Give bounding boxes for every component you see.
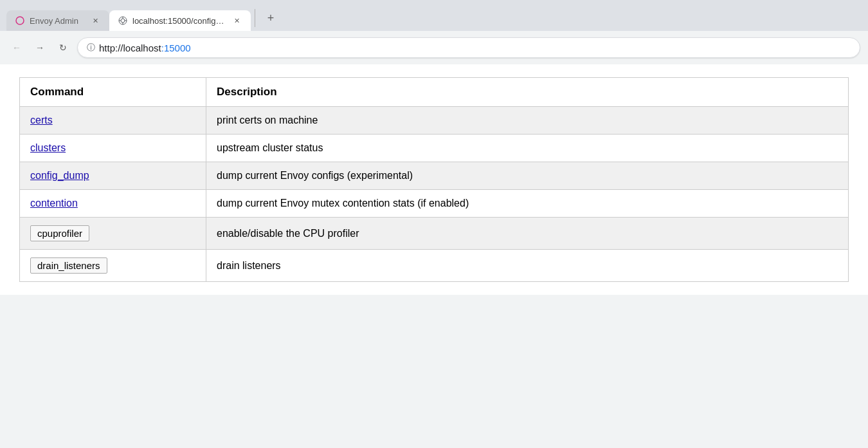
table-row: drain_listenersdrain listeners bbox=[20, 250, 849, 282]
nav-bar: ← → ↻ ⓘ http://localhost:15000 bbox=[0, 31, 868, 64]
new-tab-button[interactable]: + bbox=[262, 9, 280, 27]
table-row: config_dumpdump current Envoy configs (e… bbox=[20, 162, 849, 190]
col-header-command: Command bbox=[20, 78, 206, 107]
link-contention[interactable]: contention bbox=[30, 198, 78, 209]
svg-point-2 bbox=[121, 19, 125, 23]
link-certs[interactable]: certs bbox=[30, 115, 53, 126]
svg-point-0 bbox=[16, 17, 24, 24]
tab-separator bbox=[255, 9, 255, 27]
table-cell-description-0: print certs on machine bbox=[206, 107, 849, 135]
browser-window: Envoy Admin ✕ localhost:15000/config_dum… bbox=[0, 0, 868, 448]
link-clusters[interactable]: clusters bbox=[30, 142, 66, 153]
address-text: http://localhost:15000 bbox=[99, 42, 191, 53]
back-button[interactable]: ← bbox=[8, 39, 26, 57]
tab-bar: Envoy Admin ✕ localhost:15000/config_dum… bbox=[0, 0, 868, 31]
table-row: contentiondump current Envoy mutex conte… bbox=[20, 190, 849, 218]
table-cell-description-1: upstream cluster status bbox=[206, 135, 849, 162]
table-row: clustersupstream cluster status bbox=[20, 135, 849, 162]
port-text: :15000 bbox=[161, 42, 191, 53]
link-config_dump[interactable]: config_dump bbox=[30, 170, 89, 181]
info-icon: ⓘ bbox=[87, 42, 95, 53]
tab-envoy-admin-close[interactable]: ✕ bbox=[90, 15, 100, 26]
config-dump-tab-icon bbox=[118, 16, 127, 25]
table-cell-command-0: certs bbox=[20, 107, 206, 135]
button-cpuprofiler[interactable]: cpuprofiler bbox=[30, 225, 89, 241]
table-cell-command-4: cpuprofiler bbox=[20, 218, 206, 250]
forward-button[interactable]: → bbox=[31, 39, 49, 57]
table-cell-command-3: contention bbox=[20, 190, 206, 218]
table-cell-description-4: enable/disable the CPU profiler bbox=[206, 218, 849, 250]
table-cell-description-3: dump current Envoy mutex contention stat… bbox=[206, 190, 849, 218]
table-row: cpuprofilerenable/disable the CPU profil… bbox=[20, 218, 849, 250]
table-cell-description-2: dump current Envoy configs (experimental… bbox=[206, 162, 849, 190]
table-cell-command-1: clusters bbox=[20, 135, 206, 162]
button-drain_listeners[interactable]: drain_listeners bbox=[30, 257, 107, 274]
tab-config-dump[interactable]: localhost:15000/config_dum ✕ bbox=[109, 10, 251, 31]
table-cell-command-2: config_dump bbox=[20, 162, 206, 190]
page-content: Command Description certsprint certs on … bbox=[0, 64, 868, 295]
envoy-admin-tab-icon bbox=[15, 16, 24, 25]
tab-config-dump-close[interactable]: ✕ bbox=[231, 15, 242, 26]
table-cell-description-5: drain listeners bbox=[206, 250, 849, 282]
table-cell-command-5: drain_listeners bbox=[20, 250, 206, 282]
command-table: Command Description certsprint certs on … bbox=[19, 77, 849, 282]
reload-button[interactable]: ↻ bbox=[54, 39, 72, 57]
tab-envoy-admin-label: Envoy Admin bbox=[30, 16, 85, 26]
tab-envoy-admin[interactable]: Envoy Admin ✕ bbox=[6, 10, 109, 31]
col-header-description: Description bbox=[206, 78, 849, 107]
address-bar[interactable]: ⓘ http://localhost:15000 bbox=[77, 37, 860, 58]
tab-config-dump-label: localhost:15000/config_dum bbox=[132, 16, 226, 26]
table-row: certsprint certs on machine bbox=[20, 107, 849, 135]
